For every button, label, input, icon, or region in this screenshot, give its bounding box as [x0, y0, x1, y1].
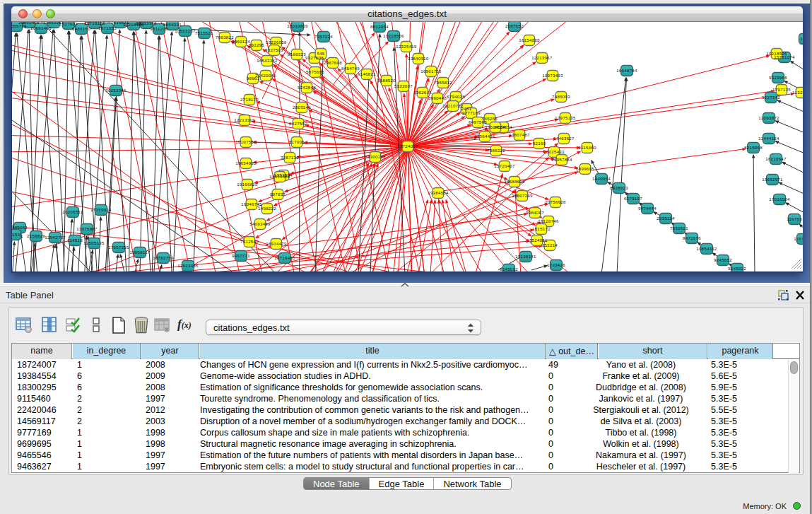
svg-text:2935114: 2935114 — [657, 216, 675, 221]
svg-text:8938923: 8938923 — [610, 185, 628, 190]
svg-text:10553267: 10553267 — [175, 28, 196, 33]
svg-text:53226058: 53226058 — [266, 40, 287, 45]
svg-text:23300295: 23300295 — [365, 154, 386, 159]
svg-text:9327508: 9327508 — [305, 55, 324, 60]
svg-text:1362615: 1362615 — [413, 90, 432, 95]
svg-text:21364436: 21364436 — [474, 134, 495, 139]
svg-text:9777169: 9777169 — [462, 110, 481, 115]
svg-text:1440954: 1440954 — [592, 176, 611, 181]
svg-text:12093872: 12093872 — [758, 115, 779, 120]
svg-text:15692971: 15692971 — [762, 177, 783, 182]
svg-text:7515521: 7515521 — [195, 30, 213, 35]
svg-text:18724007: 18724007 — [397, 144, 418, 148]
svg-text:16120746: 16120746 — [538, 218, 559, 223]
svg-text:1132205: 1132205 — [792, 90, 803, 95]
svg-text:7955812: 7955812 — [434, 80, 452, 85]
svg-text:19384554: 19384554 — [428, 190, 449, 195]
svg-text:20691406: 20691406 — [30, 25, 52, 30]
svg-text:887837: 887837 — [270, 192, 286, 197]
svg-text:5322037: 5322037 — [394, 83, 413, 88]
svg-text:7632621: 7632621 — [670, 226, 688, 230]
svg-text:2803144: 2803144 — [293, 105, 311, 110]
svg-text:12444154: 12444154 — [758, 136, 779, 141]
svg-text:16648784: 16648784 — [616, 68, 637, 73]
svg-text:9227342: 9227342 — [762, 95, 780, 100]
svg-text:2967608: 2967608 — [324, 60, 342, 65]
svg-text:10218506: 10218506 — [766, 51, 787, 56]
svg-text:885061: 885061 — [12, 225, 28, 230]
svg-text:16033809: 16033809 — [287, 23, 308, 28]
svg-text:14463627: 14463627 — [553, 136, 575, 141]
svg-text:20756928: 20756928 — [545, 199, 566, 204]
svg-text:12505135: 12505135 — [83, 240, 105, 245]
svg-text:9245022: 9245022 — [728, 266, 746, 271]
svg-text:17957255: 17957255 — [108, 245, 129, 250]
svg-text:6497568: 6497568 — [469, 119, 487, 124]
svg-text:7986322: 7986322 — [487, 148, 505, 153]
svg-text:6379197: 6379197 — [624, 196, 642, 201]
svg-text:13624554: 13624554 — [485, 124, 506, 129]
svg-text:12975135: 12975135 — [555, 115, 576, 120]
svg-text:9242848: 9242848 — [298, 85, 316, 90]
svg-text:9329966: 9329966 — [769, 75, 787, 80]
svg-text:17359914: 17359914 — [90, 207, 112, 212]
svg-text:62160: 62160 — [533, 141, 546, 146]
svg-text:817006: 817006 — [289, 139, 305, 144]
svg-text:54093489: 54093489 — [249, 221, 271, 226]
svg-text:12213967: 12213967 — [531, 55, 553, 60]
svg-text:10807487: 10807487 — [509, 132, 530, 137]
svg-text:15716485: 15716485 — [274, 255, 295, 260]
svg-text:12325419: 12325419 — [396, 44, 417, 49]
svg-text:391541: 391541 — [12, 232, 23, 237]
svg-text:20891406: 20891406 — [18, 22, 40, 25]
svg-text:2718170: 2718170 — [240, 97, 259, 102]
svg-text:16154838: 16154838 — [519, 37, 540, 42]
svg-text:10958117: 10958117 — [129, 250, 150, 255]
svg-text:114519: 114519 — [67, 238, 83, 243]
svg-text:1671355: 1671355 — [98, 25, 117, 30]
svg-text:9115460: 9115460 — [578, 145, 596, 150]
svg-text:16961755: 16961755 — [420, 69, 442, 74]
svg-text:20053346: 20053346 — [105, 88, 126, 93]
svg-text:15138141: 15138141 — [515, 254, 536, 259]
svg-text:12923485: 12923485 — [177, 263, 199, 268]
svg-text:8427552: 8427552 — [289, 121, 307, 126]
svg-text:5875685: 5875685 — [306, 69, 324, 74]
svg-text:8990448: 8990448 — [428, 95, 447, 100]
svg-text:18807249: 18807249 — [512, 193, 533, 198]
svg-text:9457771: 9457771 — [232, 253, 250, 258]
svg-text:7357224: 7357224 — [314, 34, 333, 39]
svg-text:14353584: 14353584 — [269, 174, 290, 179]
svg-text:16543382: 16543382 — [257, 58, 278, 63]
svg-text:8215958: 8215958 — [744, 145, 763, 150]
svg-text:19166825: 19166825 — [237, 182, 258, 187]
svg-text:1112: 1112 — [800, 36, 803, 41]
svg-text:19654935: 19654935 — [235, 160, 257, 165]
svg-text:20206551: 20206551 — [62, 209, 83, 214]
svg-text:12942757: 12942757 — [45, 235, 66, 240]
svg-text:10973493: 10973493 — [542, 73, 563, 78]
svg-text:546: 546 — [317, 51, 324, 56]
svg-text:2087652: 2087652 — [505, 23, 524, 28]
svg-text:8960124: 8960124 — [232, 39, 250, 44]
svg-text:16210722: 16210722 — [442, 103, 464, 108]
svg-text:252214: 252214 — [542, 243, 558, 247]
svg-text:1498222: 1498222 — [258, 206, 276, 211]
svg-text:12213319: 12213319 — [234, 117, 255, 122]
svg-text:2156829: 2156829 — [27, 233, 45, 238]
svg-text:9474444: 9474444 — [638, 206, 657, 211]
svg-text:116753: 116753 — [787, 216, 802, 221]
svg-text:9611208: 9611208 — [150, 26, 168, 31]
svg-text:10025433: 10025433 — [543, 149, 565, 154]
svg-text:6794028: 6794028 — [447, 94, 465, 99]
svg-text:8186323: 8186323 — [288, 52, 306, 57]
svg-text:16782759: 16782759 — [153, 255, 174, 260]
svg-text:15720407: 15720407 — [494, 163, 515, 168]
svg-text:9146821: 9146821 — [358, 71, 376, 76]
svg-text:9245652: 9245652 — [714, 257, 732, 262]
svg-text:1733426: 1733426 — [547, 262, 565, 267]
svg-text:13640910: 13640910 — [408, 56, 429, 61]
svg-text:13975887: 13975887 — [76, 226, 98, 231]
svg-text:9327503: 9327503 — [265, 47, 283, 52]
svg-text:10107558: 10107558 — [235, 139, 257, 144]
